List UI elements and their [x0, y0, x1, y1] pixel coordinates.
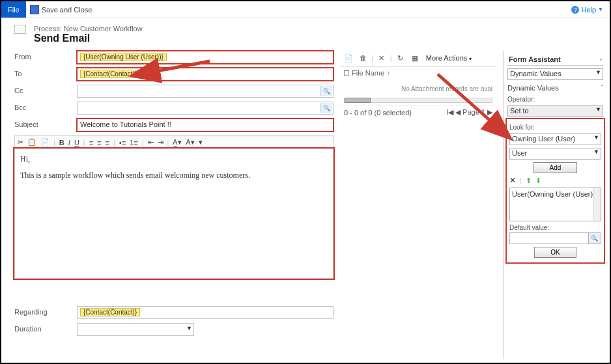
font-color-button[interactable]: A̲▾ — [173, 138, 182, 147]
paste-button[interactable]: 📄 — [40, 138, 50, 147]
ok-button[interactable]: OK — [534, 247, 576, 258]
cc-label: Cc — [14, 85, 77, 94]
collapse-icon[interactable]: › — [600, 57, 602, 63]
save-icon — [30, 5, 39, 14]
chevron-down-icon: ▼ — [595, 106, 601, 113]
lookfor-entity-select[interactable]: Owning User (User) ▼ — [509, 133, 601, 145]
email-form: From {User(Owning User (User))} To {Cont… — [14, 51, 334, 359]
horizontal-scrollbar[interactable] — [344, 98, 492, 103]
italic-button[interactable]: I — [68, 139, 70, 147]
richtext-toolbar: ✂ 📋 📄 | B I U | ≡ ≡ ≡ | •≡ 1≡ | ⇤ ⇥ | A̲… — [14, 135, 334, 148]
chevron-down-icon: ▼ — [186, 325, 192, 331]
checkbox-icon[interactable] — [344, 70, 349, 76]
form-assistant-panel: Form Assistant › Dynamic Values ▼ Dynami… — [503, 51, 607, 359]
ribbon-bar: File Save and Close ? Help ▼ — [1, 1, 610, 18]
email-icon — [14, 25, 26, 34]
cut-button[interactable]: ✂ — [18, 138, 23, 147]
pager-first-button[interactable]: I◀ — [446, 108, 453, 116]
align-right-button[interactable]: ≡ — [106, 139, 109, 147]
align-center-button[interactable]: ≡ — [97, 139, 101, 147]
lookfor-attribute-select[interactable]: User ▼ — [509, 148, 601, 160]
to-token: {Contact(Contact)} — [80, 70, 140, 78]
duration-select[interactable]: ▼ — [77, 323, 194, 336]
move-down-button[interactable]: ⬇ — [535, 176, 541, 185]
selection-count: 0 - 0 of 0 (0 selected) — [344, 109, 412, 117]
chevron-down-icon: ▼ — [593, 134, 599, 141]
bullets-button[interactable]: •≡ — [119, 139, 126, 147]
add-button[interactable]: Add — [533, 162, 578, 173]
move-up-button[interactable]: ⬆ — [526, 176, 532, 185]
remove-item-button[interactable]: ✕ — [509, 176, 516, 185]
save-and-close-label: Save and Close — [42, 6, 92, 14]
export-button[interactable]: ▦ — [409, 52, 421, 64]
bcc-label: Bcc — [14, 102, 77, 111]
indent-button[interactable]: ⇥ — [158, 138, 163, 147]
lookup-icon[interactable]: 🔍 — [320, 86, 332, 96]
chevron-down-icon: ▼ — [593, 148, 599, 155]
pager-next-button[interactable]: ▶ — [487, 108, 492, 116]
lookup-icon[interactable]: 🔍 — [588, 233, 600, 244]
help-icon: ? — [571, 6, 579, 14]
underline-button[interactable]: U — [74, 139, 79, 147]
list-item[interactable]: User(Owning User (User)) — [512, 190, 595, 198]
copy-button[interactable]: 📋 — [27, 138, 36, 147]
close-attachment-button[interactable]: ✕ — [376, 52, 388, 64]
page-header: Process: New Customer Workflow Send Emai… — [1, 18, 610, 47]
body-line: Hi, — [20, 154, 328, 164]
file-menu-button[interactable]: File — [1, 1, 26, 18]
dynamic-values-section-header[interactable]: Dynamic Values ˄ — [507, 83, 603, 93]
lookup-icon[interactable]: 🔍 — [320, 103, 332, 113]
more-actions-menu[interactable]: More Actions ▾ — [426, 54, 472, 62]
filename-column[interactable]: File Name — [352, 69, 384, 77]
chevron-down-icon: ▼ — [595, 69, 601, 76]
operator-label: Operator: — [507, 96, 603, 103]
subject-field[interactable]: Welcome to Tutorials Point !! — [77, 119, 334, 132]
align-left-button[interactable]: ≡ — [89, 139, 93, 147]
help-menu[interactable]: ? Help ▼ — [571, 6, 603, 14]
sort-asc-icon: ↑ — [387, 70, 390, 76]
lookfor-label: Look for: — [509, 124, 601, 131]
cc-field[interactable]: 🔍 — [77, 85, 334, 98]
selected-fields-list[interactable]: User(Owning User (User)) — [509, 188, 601, 221]
regarding-field[interactable]: {Contact(Contact)} — [77, 306, 334, 319]
default-value-field[interactable]: 🔍 — [509, 232, 601, 244]
pager-prev-button[interactable]: ◀ — [455, 108, 461, 116]
to-field[interactable]: {Contact(Contact)} — [77, 68, 334, 81]
operator-select[interactable]: Set to ▼ — [507, 105, 603, 117]
no-attachments-message: No Attachment records are avai — [340, 79, 496, 95]
from-field[interactable]: {User(Owning User (User))} — [77, 51, 334, 64]
vertical-scrollbar[interactable] — [593, 188, 601, 221]
collapse-up-icon[interactable]: ˄ — [601, 84, 603, 92]
duration-label: Duration — [14, 323, 77, 333]
email-body-editor[interactable]: Hi, This is a sample workflow which send… — [14, 148, 334, 279]
body-line: This is a sample workflow which sends em… — [20, 171, 328, 180]
outdent-button[interactable]: ⇤ — [148, 138, 154, 147]
new-attachment-button[interactable]: 📄 — [343, 52, 354, 64]
help-label: Help — [581, 6, 596, 14]
default-value-label: Default value: — [509, 224, 601, 231]
process-breadcrumb: Process: New Customer Workflow — [34, 25, 597, 33]
numbers-button[interactable]: 1≡ — [130, 139, 138, 147]
lookfor-group: Look for: Owning User (User) ▼ User ▼ Ad… — [507, 120, 603, 262]
delete-attachment-button[interactable]: 🗑 — [357, 52, 369, 64]
chevron-down-icon: ▼ — [598, 7, 603, 12]
page-indicator: Page 1 — [462, 108, 485, 116]
form-assistant-header[interactable]: Form Assistant › — [507, 53, 603, 66]
attachments-grid-header[interactable]: File Name ↑ — [340, 67, 496, 79]
subject-text: Welcome to Tutorials Point !! — [80, 120, 171, 128]
regarding-label: Regarding — [14, 306, 77, 316]
highlight-button[interactable]: A▾ — [186, 138, 194, 147]
attachments-toolbar: 📄 🗑 | ✕ | ↻ ▦ More Actions ▾ — [340, 51, 496, 65]
attachments-pager: 0 - 0 of 0 (0 selected) I◀ ◀ Page 1 ▶ — [340, 105, 496, 119]
refresh-button[interactable]: ↻ — [395, 52, 406, 64]
to-label: To — [14, 68, 77, 77]
from-token: {User(Owning User (User))} — [80, 53, 167, 61]
subject-label: Subject — [14, 119, 77, 128]
assistant-mode-select[interactable]: Dynamic Values ▼ — [507, 68, 603, 80]
page-title: Send Email — [34, 33, 597, 44]
toolbar-overflow[interactable]: ▾ — [199, 138, 203, 147]
regarding-token: {Contact(Contact)} — [80, 308, 140, 316]
save-and-close-button[interactable]: Save and Close — [30, 5, 92, 14]
bcc-field[interactable]: 🔍 — [77, 102, 334, 115]
bold-button[interactable]: B — [59, 139, 64, 147]
